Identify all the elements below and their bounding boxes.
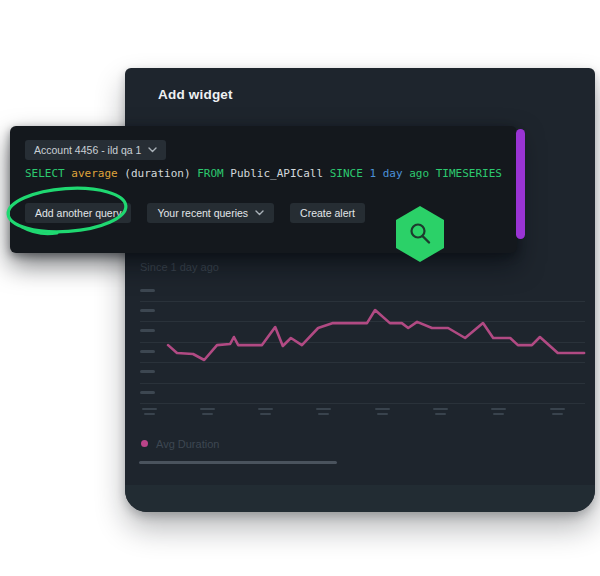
your-recent-queries-button[interactable]: Your recent queries	[147, 203, 274, 223]
modal-title: Add widget	[158, 87, 233, 102]
query-actions: Add another query Your recent queries Cr…	[25, 203, 365, 223]
page: Add widget Since 1 day ago Avg Duration …	[0, 0, 600, 576]
search-hexagon-icon	[396, 206, 444, 262]
add-another-query-button[interactable]: Add another query	[25, 203, 131, 223]
chevron-down-icon	[255, 210, 264, 216]
modal-footer	[125, 485, 595, 512]
account-selector-label: Account 4456 - ild qa 1	[34, 144, 141, 156]
create-alert-button[interactable]: Create alert	[290, 203, 365, 223]
chevron-down-icon	[148, 147, 157, 153]
nrql-query-input[interactable]: SELECT average (duration) FROM Public_AP…	[25, 167, 502, 180]
chart-horizontal-scrollbar[interactable]	[139, 461, 337, 464]
recent-queries-label: Your recent queries	[157, 207, 248, 219]
query-panel-scrollbar[interactable]	[516, 129, 525, 239]
account-selector-dropdown[interactable]: Account 4456 - ild qa 1	[25, 140, 166, 160]
